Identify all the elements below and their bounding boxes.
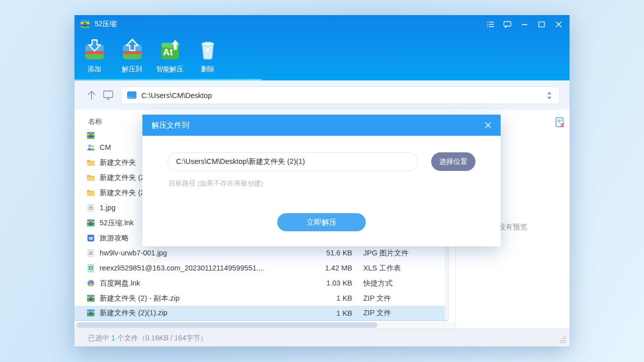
file-type: 快捷方式 [363,279,392,288]
archive-add-icon [83,37,107,61]
current-path: C:\Users\CM\Desktop [141,92,546,100]
add-button-label: 添加 [88,65,101,74]
destination-hint: 目标路径 (如果不存在将被创建) [169,179,263,188]
window-controls [486,15,564,33]
zip-icon [87,309,95,317]
path-dropdown-spinner-icon[interactable] [546,91,553,100]
folder-icon [87,189,95,197]
file-name: reexzli529851@163.com_202301121149599551… [100,264,307,272]
file-type: ZIP 文件 [363,308,391,318]
extract-to-button-label: 解压到 [122,65,142,74]
window-title: 52压缩 [95,20,117,29]
trash-icon [196,37,220,61]
resize-grip[interactable] [559,336,566,343]
file-name: 百度网盘.lnk [100,279,307,288]
minimize-icon[interactable] [520,20,529,29]
archive-extract-icon [120,37,144,61]
app-logo-icon [80,19,90,29]
file-type: ZIP 文件 [363,294,391,303]
app-window: 52压缩 添加 解压到 At 智能解压 [74,15,570,346]
maximize-icon[interactable] [537,20,546,29]
horizontal-scrollbar [74,322,455,328]
selection-status: 已选中1个文件（0.16KB / 164字节） [88,329,207,347]
file-name: 新建文件夹 (2) - 副本.zip [100,294,307,303]
table-row[interactable]: 新建文件夹 (2) - 副本.zip1 KBZIP 文件 [74,291,447,306]
dialog-close-icon[interactable] [484,121,493,130]
choose-location-button[interactable]: 选择位置 [431,152,475,171]
worddoc-icon: W [87,234,95,242]
image-icon [87,204,95,212]
address-bar: C:\Users\CM\Desktop [74,80,570,110]
delete-button[interactable]: 删除 [189,33,226,80]
zip-icon [87,294,95,303]
folder-icon [87,173,95,182]
file-size: 1.03 KB [307,279,352,287]
spreadsheet-icon: S [87,264,95,273]
users-icon [87,143,95,152]
extract-to-dialog: 解压文件到 选择位置 目标路径 (如果不存在将被创建) 立即解压 [142,115,501,246]
delete-button-label: 删除 [201,65,214,74]
svg-text:W: W [89,236,93,241]
close-icon[interactable] [554,20,564,29]
horizontal-scrollbar-thumb[interactable] [76,322,377,328]
file-size: 1.42 MB [307,264,352,272]
smart-extract-button[interactable]: At 智能解压 [151,33,189,80]
image-icon [87,249,95,257]
status-bar: 已选中1个文件（0.16KB / 164字节） [74,328,570,346]
folder-icon [87,158,95,167]
status-count: 1 [111,334,115,342]
smart-extract-icon: At [158,37,182,61]
menu-icon[interactable] [486,20,495,29]
table-row[interactable]: hw9lv-urwb7-001.jpg51.6 KBJPG 图片文件 [74,245,447,260]
destination-path-input[interactable] [168,152,418,171]
table-row[interactable]: 新建文件夹 (2)(1).zip1 KBZIP 文件 [74,306,447,321]
file-type: JPG 图片文件 [363,248,409,258]
extract-now-button[interactable]: 立即解压 [277,213,366,231]
path-input[interactable]: C:\Users\CM\Desktop [121,86,559,104]
file-size: 51.6 KB [307,249,352,257]
smart-extract-button-label: 智能解压 [156,65,184,74]
extract-to-button[interactable]: 解压到 [113,33,151,80]
desktop-nav-icon[interactable] [102,89,114,101]
dialog-header[interactable]: 解压文件到 [142,115,501,136]
svg-text:At: At [163,47,173,57]
column-header-name[interactable]: 名称 [88,110,102,132]
navigate-up-icon[interactable] [86,89,98,101]
table-row[interactable]: Sreexzli529851@163.com_20230112114959955… [74,260,447,276]
feedback-chat-icon[interactable] [503,20,512,29]
toolbar: 添加 解压到 At 智能解压 删除 [75,33,226,80]
file-name: 新建文件夹 (2)(1).zip [100,308,307,318]
file-type: XLS 工作表 [363,263,401,273]
svg-text:S: S [90,266,92,269]
add-button[interactable]: 添加 [75,33,113,80]
dialog-title: 解压文件到 [151,121,189,130]
status-prefix: 已选中 [88,334,109,342]
titlebar[interactable]: 52压缩 [74,15,570,33]
table-row[interactable]: 百度网盘.lnk1.03 KB快捷方式 [74,276,447,291]
zip-icon [87,132,95,140]
close-preview-icon[interactable] [554,117,566,129]
titlebar-toolbar-area: 52压缩 添加 解压到 At 智能解压 [74,15,570,80]
desktop-location-icon [127,92,136,99]
file-size: 1 KB [307,309,352,317]
status-suffix: 个文件（0.16KB / 164字节） [117,334,207,342]
zip-icon [87,219,95,227]
file-name: hw9lv-urwb7-001.jpg [100,249,307,257]
baidu-icon [87,279,95,288]
file-size: 1 KB [307,294,352,302]
